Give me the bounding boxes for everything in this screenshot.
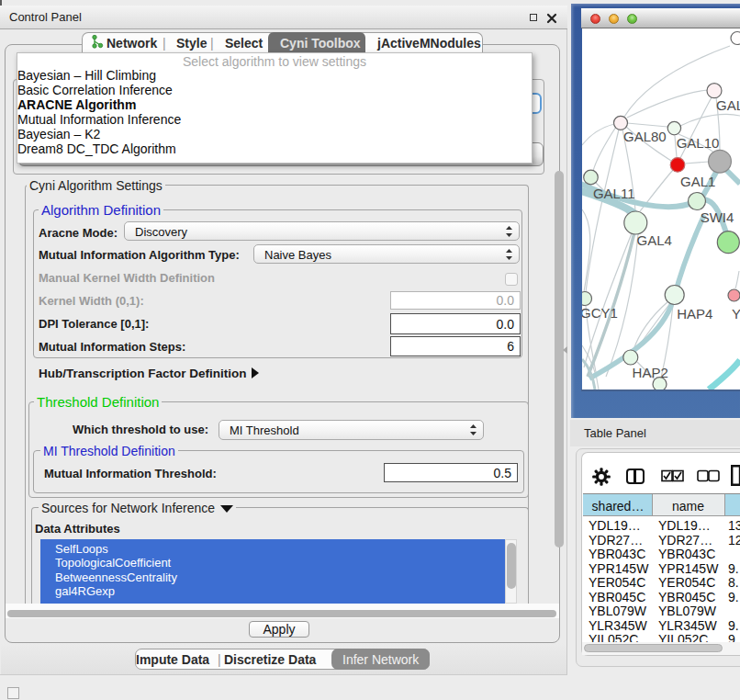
svg-text:YJ: YJ bbox=[732, 306, 740, 322]
svg-text:GAL1: GAL1 bbox=[680, 174, 715, 189]
svg-text:GAL11: GAL11 bbox=[593, 186, 635, 201]
svg-text:GAL80: GAL80 bbox=[623, 129, 667, 144]
svg-text:HAP2: HAP2 bbox=[633, 365, 668, 380]
svg-text:GCY1: GCY1 bbox=[582, 305, 618, 321]
svg-text:HAP4: HAP4 bbox=[677, 306, 712, 322]
svg-text:GAL4: GAL4 bbox=[637, 232, 672, 248]
svg-text:GAL10: GAL10 bbox=[677, 135, 720, 151]
svg-text:GAL7: GAL7 bbox=[716, 97, 740, 113]
svg-text:SWI4: SWI4 bbox=[701, 209, 734, 225]
